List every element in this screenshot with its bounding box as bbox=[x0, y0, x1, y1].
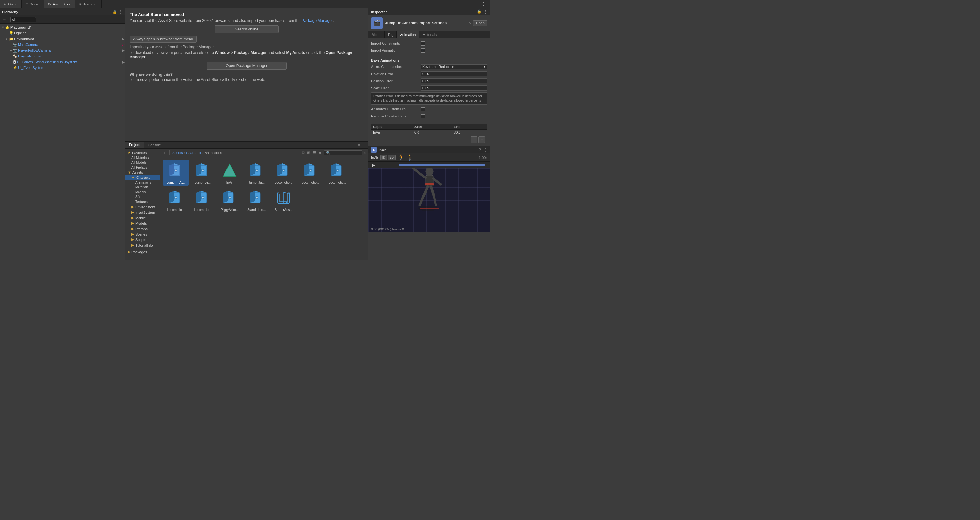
asset-item[interactable]: Locomotio... bbox=[270, 160, 296, 185]
asset-item[interactable]: Stand--Idle... bbox=[244, 187, 269, 213]
tree-item-uicanvas[interactable]: 🖼 UI_Canvas_StarterAssetsInputs_Joystick… bbox=[0, 59, 125, 65]
tab-game[interactable]: ▶ Game bbox=[0, 0, 22, 8]
sidebar-item-character[interactable]: ▼ Character bbox=[125, 175, 160, 180]
2d-button[interactable]: 2D bbox=[388, 155, 396, 160]
maximize-project-icon[interactable]: ⧉ bbox=[302, 150, 305, 155]
remove-constant-sca-checkbox[interactable] bbox=[421, 114, 425, 118]
remove-clip-button[interactable]: − bbox=[479, 136, 485, 143]
insp-tab-materials[interactable]: Materials bbox=[419, 31, 440, 38]
asset-item[interactable]: Locomotio... bbox=[190, 187, 215, 213]
breadcrumb-character[interactable]: Character bbox=[186, 151, 201, 155]
filter-icon[interactable]: ☰ bbox=[312, 150, 316, 155]
project-more-icon[interactable]: ⋮ bbox=[362, 142, 366, 148]
play-button[interactable]: ▶ bbox=[371, 163, 376, 167]
timeline-bar[interactable] bbox=[378, 164, 485, 166]
favorite-icon[interactable]: ★ bbox=[318, 150, 322, 155]
sidebar-item-models-main[interactable]: ▶ Models bbox=[125, 220, 160, 226]
dropdown-arrow-icon: ▼ bbox=[483, 65, 486, 69]
sidebar-item-sfx[interactable]: Sfx bbox=[125, 195, 160, 199]
tree-item-maincamera[interactable]: 📷 MainCamera ⊙ bbox=[0, 42, 125, 48]
clip-row-inair[interactable]: InAir 0.0 80.0 bbox=[371, 130, 487, 135]
always-open-browser-button[interactable]: Always open in browser from menu bbox=[130, 36, 197, 43]
insp-tab-model[interactable]: Model bbox=[369, 31, 385, 38]
sidebar-item-tutorialinfo[interactable]: ▶ TutorialInfo bbox=[125, 242, 160, 248]
help-icon[interactable]: ? bbox=[479, 148, 481, 152]
project-search-input[interactable] bbox=[324, 150, 363, 155]
tree-item-armature[interactable]: 🦴 PlayerArmature bbox=[0, 53, 125, 59]
asset-item[interactable]: Locomotio... bbox=[163, 187, 189, 213]
menu-icon[interactable]: ⋮ bbox=[118, 9, 123, 14]
asset-thumbnail bbox=[166, 161, 185, 180]
tree-item-uieventsystem[interactable]: ⚡ UI_EventSystem bbox=[0, 65, 125, 71]
asset-item[interactable]: StarterAss... bbox=[270, 187, 296, 213]
asset-item[interactable]: Locomotio... bbox=[298, 160, 323, 185]
lock-inspector-icon[interactable]: 🔒 bbox=[477, 9, 482, 14]
sidebar-item-scenes[interactable]: ▶ Scenes bbox=[125, 231, 160, 237]
sidebar-item-mobile[interactable]: ▶ Mobile bbox=[125, 215, 160, 220]
svg-marker-12 bbox=[223, 164, 236, 176]
scale-error-input[interactable] bbox=[421, 85, 487, 91]
anim-compression-dropdown[interactable]: Keyframe Reduction ▼ bbox=[421, 64, 487, 69]
sidebar-item-favorites[interactable]: ★ Favorites bbox=[125, 150, 160, 155]
add-hierarchy-btn[interactable]: + bbox=[1, 16, 7, 23]
sidebar-item-textures[interactable]: Textures bbox=[125, 199, 160, 204]
more-options-icon[interactable]: ⋮ bbox=[477, 0, 490, 8]
sidebar-item-animations[interactable]: Animations bbox=[125, 180, 160, 185]
asset-item[interactable]: Jump--InAi... bbox=[163, 160, 189, 185]
tree-item-playground[interactable]: ▼ ⭐ Playground* bbox=[0, 24, 125, 30]
tree-item-followcam[interactable]: ▶ 📷 PlayerFollowCamera ▶ bbox=[0, 48, 125, 53]
asset-thumbnail bbox=[247, 161, 266, 180]
asset-thumbnail bbox=[193, 188, 212, 207]
ik-button[interactable]: IK bbox=[380, 155, 387, 160]
scripts-folder-icon: ▶ bbox=[132, 238, 134, 242]
tab-project[interactable]: Project bbox=[125, 142, 144, 148]
asset-item[interactable]: Jump--Ju... bbox=[244, 160, 269, 185]
sidebar-item-models[interactable]: Models bbox=[125, 190, 160, 195]
sidebar-item-scripts[interactable]: ▶ Scripts bbox=[125, 237, 160, 242]
inspector-more-icon[interactable]: ⋮ bbox=[483, 9, 487, 14]
sidebar-item-assets[interactable]: ▼ Assets bbox=[125, 170, 160, 175]
asset-item[interactable]: PiggyAnim... bbox=[217, 187, 242, 213]
open-button[interactable]: Open bbox=[473, 20, 487, 26]
tree-item-environment[interactable]: ▶ 📁 Environment ▶ bbox=[0, 36, 125, 42]
svg-line-66 bbox=[415, 170, 426, 178]
expand-arrow-env: ▶ bbox=[5, 37, 8, 40]
sidebar-item-all-materials[interactable]: All Materials bbox=[125, 155, 160, 160]
svg-line-71 bbox=[431, 187, 434, 197]
asset-item[interactable]: Jump--Ju... bbox=[190, 160, 215, 185]
hierarchy-search[interactable] bbox=[10, 17, 36, 22]
rotation-error-input[interactable] bbox=[421, 71, 487, 77]
tree-item-lighting[interactable]: 💡 Lighting bbox=[0, 30, 125, 36]
tab-console[interactable]: Console bbox=[144, 142, 165, 148]
import-animation-checkbox[interactable] bbox=[421, 48, 425, 53]
sidebar-item-all-prefabs[interactable]: All Prefabs bbox=[125, 165, 160, 170]
tab-scene[interactable]: ⊞ Scene bbox=[22, 0, 44, 8]
position-error-input[interactable] bbox=[421, 78, 487, 83]
sidebar-item-all-models[interactable]: All Models bbox=[125, 160, 160, 165]
search-online-button[interactable]: Search online bbox=[215, 26, 279, 33]
asset-item[interactable]: InAir bbox=[217, 160, 242, 185]
walk-icon[interactable]: 🚶 bbox=[407, 154, 414, 161]
tab-animator[interactable]: ◉ Animator bbox=[75, 0, 102, 8]
lock-icon[interactable]: 🔒 bbox=[112, 10, 117, 14]
sidebar-item-materials[interactable]: Materials bbox=[125, 185, 160, 190]
avatar-icon[interactable]: 🏃 bbox=[398, 154, 405, 161]
asset-item[interactable]: Locomotio... bbox=[325, 160, 350, 185]
sidebar-item-inputsystem[interactable]: ▶ InputSystem bbox=[125, 210, 160, 215]
sidebar-item-prefabs[interactable]: ▶ Prefabs bbox=[125, 226, 160, 231]
insp-tab-rig[interactable]: Rig bbox=[385, 31, 397, 38]
insp-tab-animation[interactable]: Animation bbox=[397, 31, 419, 38]
sidebar-item-packages[interactable]: ▶ Packages bbox=[125, 249, 160, 255]
expand-import-icon[interactable]: ⤡ bbox=[468, 20, 472, 26]
animated-custom-prop-checkbox[interactable] bbox=[421, 107, 425, 112]
add-clip-button[interactable]: + bbox=[471, 136, 477, 143]
add-asset-button[interactable]: + bbox=[162, 150, 167, 155]
view-toggle-icon[interactable]: ⊞ bbox=[307, 150, 310, 155]
anim-more-icon[interactable]: ⋮ bbox=[483, 147, 487, 153]
sidebar-item-environment[interactable]: ▶ Environment bbox=[125, 204, 160, 210]
breadcrumb-assets[interactable]: Assets bbox=[172, 151, 183, 155]
tab-asset-store[interactable]: 🛍 Asset Store bbox=[44, 0, 75, 8]
maximize-icon[interactable]: ⧉ bbox=[358, 143, 360, 147]
import-constraints-checkbox[interactable] bbox=[421, 41, 425, 46]
open-package-manager-button[interactable]: Open Package Manager bbox=[207, 62, 287, 70]
